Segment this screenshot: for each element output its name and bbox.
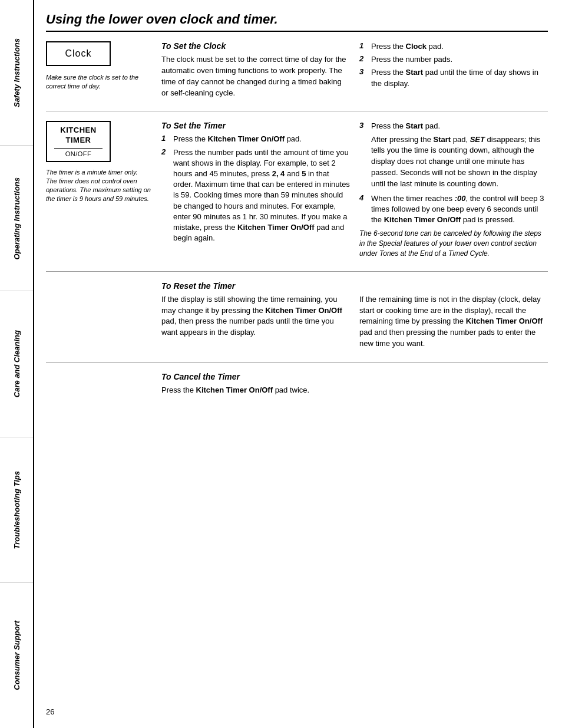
timer-right-col: 3 Press the Start pad. After pressing th… — [359, 121, 548, 261]
cancel-body: Press the Kitchen Timer On/Off pad twice… — [161, 385, 548, 396]
sidebar-label-troubleshooting: Troubleshooting Tips — [12, 471, 21, 549]
reset-right-text: If the remaining time is not in the disp… — [359, 294, 548, 353]
clock-step-2-text: Press the number pads. — [371, 54, 452, 65]
timer-display-box: Kitchen Timer On/Off — [46, 121, 111, 162]
timer-display-sub: On/Off — [54, 148, 103, 157]
timer-left-col: To Set the Timer 1 Press the Kitchen Tim… — [161, 121, 350, 261]
clock-step-1-num: 1 — [359, 41, 368, 50]
timer-step-1-num: 1 — [161, 134, 170, 143]
reset-wide-content: If the display is still showing the time… — [161, 294, 548, 353]
clock-step-2: 2 Press the number pads. — [359, 54, 548, 65]
cancel-section-content: To Cancel the Timer Press the Kitchen Ti… — [161, 372, 548, 399]
reset-left-text: If the display is still showing the time… — [161, 294, 350, 353]
timer-step-4-num: 4 — [359, 193, 368, 202]
timer-display-title: Kitchen Timer — [54, 126, 103, 146]
main-content: Using the lower oven clock and timer. Cl… — [34, 0, 562, 728]
clock-step-2-num: 2 — [359, 54, 368, 63]
section-reset: To Reset the Timer If the display is sti… — [46, 281, 548, 363]
section-cancel: To Cancel the Timer Press the Kitchen Ti… — [46, 372, 548, 409]
timer-caption: The timer is a minute timer only. The ti… — [46, 168, 152, 203]
timer-step-2-text: Press the number pads until the amount o… — [173, 147, 350, 244]
clock-right-col: 1 Press the Clock pad. 2 Press the numbe… — [359, 41, 548, 101]
timer-caption-line1: The timer is a minute timer only. — [46, 169, 138, 176]
sidebar-section-consumer: Consumer Support — [0, 583, 33, 728]
reset-section-content: To Reset the Timer If the display is sti… — [161, 281, 548, 353]
timer-step-3-text: Press the Start pad. — [371, 121, 440, 131]
clock-display-box: Clock — [46, 41, 111, 66]
timer-display-line1: Kitchen — [60, 126, 96, 134]
timer-step-4: 4 When the timer reaches :00, the contro… — [359, 193, 548, 226]
sidebar: Safety Instructions Operating Instructio… — [0, 0, 34, 728]
clock-step-3-num: 3 — [359, 67, 368, 76]
clock-section-content: To Set the Clock The clock must be set t… — [161, 41, 548, 101]
sidebar-label-safety: Safety Instructions — [12, 38, 21, 107]
timer-italic-note: The 6-second tone can be canceled by fol… — [359, 229, 548, 258]
timer-step-1-text: Press the Kitchen Timer On/Off pad. — [173, 134, 302, 144]
cancel-content: To Cancel the Timer Press the Kitchen Ti… — [161, 372, 548, 399]
timer-step-2-num: 2 — [161, 147, 170, 156]
clock-image-caption: Make sure the clock is set to the correc… — [46, 73, 152, 91]
reset-right-paragraph: If the remaining time is not in the disp… — [359, 294, 548, 350]
reset-content: To Reset the Timer If the display is sti… — [161, 281, 548, 353]
clock-display-text: Clock — [65, 48, 91, 58]
sidebar-section-care: Care and Cleaning — [0, 291, 33, 437]
clock-image-area: Clock Make sure the clock is set to the … — [46, 41, 152, 101]
clock-steps: 1 Press the Clock pad. 2 Press the numbe… — [359, 41, 548, 89]
sidebar-section-safety: Safety Instructions — [0, 0, 33, 146]
page-title: Using the lower oven clock and timer. — [46, 12, 548, 32]
timer-image-area: Kitchen Timer On/Off The timer is a minu… — [46, 121, 152, 261]
cancel-heading: To Cancel the Timer — [161, 372, 548, 381]
section-timer: Kitchen Timer On/Off The timer is a minu… — [46, 121, 548, 271]
timer-step-2: 2 Press the number pads until the amount… — [161, 147, 350, 244]
sidebar-label-consumer: Consumer Support — [12, 621, 21, 690]
clock-left-col: To Set the Clock The clock must be set t… — [161, 41, 350, 101]
timer-display-line2: Timer — [66, 136, 91, 144]
clock-step-3: 3 Press the Start pad until the time of … — [359, 67, 548, 88]
page-number: 26 — [46, 701, 548, 716]
sidebar-label-operating: Operating Instructions — [12, 177, 21, 259]
timer-step-1: 1 Press the Kitchen Timer On/Off pad. — [161, 134, 350, 144]
clock-body: The clock must be set to the correct tim… — [161, 54, 350, 98]
timer-step-4-text: When the timer reaches :00, the control … — [371, 193, 548, 226]
clock-step-3-text: Press the Start pad until the time of da… — [371, 67, 548, 88]
clock-heading: To Set the Clock — [161, 41, 350, 51]
sidebar-section-troubleshooting: Troubleshooting Tips — [0, 437, 33, 583]
timer-step-3: 3 Press the Start pad. — [359, 121, 548, 131]
clock-step-1: 1 Press the Clock pad. — [359, 41, 548, 52]
sidebar-label-care: Care and Cleaning — [12, 330, 21, 397]
timer-heading: To Set the Timer — [161, 121, 350, 130]
timer-step-3-extra: After pressing the Start pad, SET disapp… — [371, 134, 548, 190]
page: Safety Instructions Operating Instructio… — [0, 0, 562, 728]
timer-step-3-num: 3 — [359, 121, 368, 130]
timer-section-content: To Set the Timer 1 Press the Kitchen Tim… — [161, 121, 548, 261]
reset-left-paragraph: If the display is still showing the time… — [161, 294, 350, 338]
reset-heading: To Reset the Timer — [161, 281, 548, 291]
timer-caption-line2: The timer does not control oven operatio… — [46, 177, 151, 202]
sidebar-section-operating: Operating Instructions — [0, 146, 33, 291]
clock-step-1-text: Press the Clock pad. — [371, 41, 444, 52]
section-clock: Clock Make sure the clock is set to the … — [46, 41, 548, 111]
